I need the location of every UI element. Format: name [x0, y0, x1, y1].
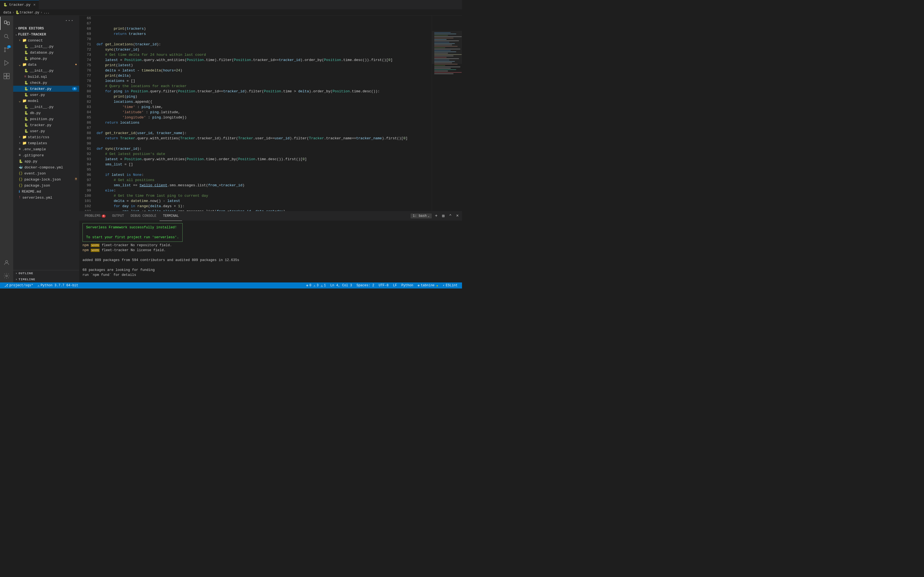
- python-icon: ⚠: [37, 284, 39, 288]
- svg-line-3: [7, 37, 9, 39]
- svg-rect-41: [434, 68, 451, 69]
- sidebar-item-app[interactable]: 🐍 app.py: [13, 158, 79, 164]
- sidebar-item-model-user[interactable]: 🐍 user.py: [13, 128, 79, 134]
- sidebar-item-data[interactable]: ⌄ 📁 data ●: [13, 61, 79, 68]
- sidebar-item-tracker-active[interactable]: 🐍 tracker.py 4: [13, 86, 79, 92]
- activity-debug[interactable]: [0, 56, 13, 69]
- sidebar-item-database[interactable]: 🐍 database.py: [13, 50, 79, 55]
- sidebar-item-gitignore[interactable]: ≡ .gitignore: [13, 152, 79, 158]
- tab-terminal[interactable]: TERMINAL: [160, 211, 182, 221]
- success-line-2: To start your first project run 'serverl…: [86, 235, 179, 239]
- shell-selector[interactable]: 1: bash ⌄: [410, 213, 431, 218]
- package-lock-label: package-lock.json: [24, 177, 61, 182]
- activity-settings[interactable]: [0, 269, 13, 282]
- sidebar-item-db[interactable]: 🐍 db.py: [13, 110, 79, 116]
- terminal-close-btn[interactable]: ×: [455, 213, 460, 219]
- tab-bar: 🐍 tracker.py ×: [0, 0, 462, 10]
- sidebar-item-serverless[interactable]: ! serverless.yml: [13, 195, 79, 201]
- model-label: model: [28, 99, 39, 103]
- timeline-header[interactable]: › TIMELINE: [13, 276, 79, 282]
- npm-funding: 68 packages are looking for funding: [82, 268, 459, 272]
- status-eol[interactable]: LF: [391, 282, 399, 288]
- connect-folder-icon: 📁: [22, 38, 27, 43]
- activity-explorer[interactable]: [0, 17, 13, 30]
- status-encoding[interactable]: UTF-8: [376, 282, 391, 288]
- branch-label: project/sqs*: [9, 284, 33, 287]
- sidebar-item-data-init[interactable]: 🐍 __init__.py: [13, 68, 79, 74]
- data-modified-badge: ●: [75, 63, 77, 66]
- tab-problems[interactable]: PROBLEMS 4: [81, 211, 109, 221]
- sidebar-item-model-init[interactable]: 🐍 __init__.py: [13, 104, 79, 110]
- templates-chevron: ›: [19, 141, 21, 145]
- branch-icon: ⎇: [5, 284, 8, 288]
- encoding-label: UTF-8: [379, 284, 389, 287]
- line-79: for ping in Position.query.filter(Positi…: [97, 89, 380, 93]
- line-98: else:: [97, 189, 116, 193]
- status-branch[interactable]: ⎇ project/sqs*: [2, 282, 35, 288]
- json-icon-1: {}: [19, 171, 23, 175]
- sidebar-fleet-tracker[interactable]: ⌄ FLEET-TRACKER: [13, 31, 79, 37]
- line-73: latest = Position.query.with_entities(Po…: [97, 58, 393, 62]
- sidebar-more-btn[interactable]: ···: [65, 18, 74, 23]
- line-84: 'longitude' : ping.longitude}): [97, 115, 187, 119]
- breadcrumb-filename[interactable]: tracker.py: [19, 11, 39, 15]
- sidebar-item-templates[interactable]: › 📁 templates: [13, 140, 79, 146]
- terminal-split-btn[interactable]: ⊞: [441, 213, 446, 219]
- py-icon-4: 🐍: [24, 69, 28, 73]
- terminal-add-btn[interactable]: +: [434, 213, 439, 219]
- database-label: database.py: [30, 50, 53, 55]
- sidebar-item-model[interactable]: ⌄ 📁 model: [13, 98, 79, 104]
- sidebar-item-user[interactable]: 🐍 user.py: [13, 92, 79, 98]
- breadcrumb-data[interactable]: data: [3, 11, 11, 15]
- activity-git[interactable]: 1: [0, 43, 13, 56]
- eslint-label: ESLint: [446, 284, 457, 287]
- connect-chevron-icon: ›: [19, 39, 21, 42]
- status-spaces[interactable]: Spaces: 2: [354, 282, 376, 288]
- outline-header[interactable]: › OUTLINE: [13, 270, 79, 276]
- py-icon-12: 🐍: [24, 129, 28, 133]
- status-language[interactable]: Python: [399, 282, 415, 288]
- sidebar-item-event[interactable]: {} event.json: [13, 170, 79, 176]
- code-content[interactable]: print(trackers) return trackers def get_…: [94, 16, 432, 211]
- warnings-icon: ⚠: [313, 284, 315, 288]
- status-errors[interactable]: ⊗ 0 ⚠ 3 △ 1: [304, 282, 328, 288]
- code-editor[interactable]: 6667686970 7172737475 7677787980 8182838…: [79, 16, 432, 211]
- tab-output[interactable]: OUTPUT: [109, 211, 127, 221]
- sidebar-item-connect-init[interactable]: 🐍 __init__.py: [13, 44, 79, 50]
- terminal-maximize-btn[interactable]: ⌃: [448, 213, 453, 219]
- breadcrumb-symbol[interactable]: ...: [44, 11, 50, 15]
- sidebar-item-env[interactable]: ≡ .env_sample: [13, 146, 79, 152]
- sidebar-item-readme[interactable]: ℹ README.md: [13, 189, 79, 195]
- sidebar-item-package[interactable]: {} package.json: [13, 182, 79, 189]
- app-container: 🐍 tracker.py × data › 🐍 tracker.py › ...…: [0, 0, 462, 288]
- activity-extensions[interactable]: [0, 69, 13, 83]
- success-line-1: Serverless Framework successfully instal…: [86, 226, 177, 229]
- status-python[interactable]: ⚠ Python 3.7.7 64-bit: [35, 282, 80, 288]
- status-tabnine[interactable]: ⊕ tabnine ★: [415, 282, 441, 288]
- svg-rect-1: [7, 22, 9, 25]
- activity-search[interactable]: [0, 30, 13, 43]
- terminal-body[interactable]: Serverless Framework successfully instal…: [79, 221, 462, 282]
- sidebar-item-connect[interactable]: › 📁 connect: [13, 37, 79, 44]
- data-folder-icon: 📁: [22, 62, 27, 67]
- sidebar-item-model-tracker[interactable]: 🐍 tracker.py: [13, 122, 79, 128]
- line-numbers: 6667686970 7172737475 7677787980 8182838…: [79, 16, 94, 211]
- tab-debug-console[interactable]: DEBUG CONSOLE: [127, 211, 160, 221]
- status-ln-col[interactable]: Ln 4, Col 3: [328, 282, 354, 288]
- sidebar-item-position[interactable]: 🐍 position.py: [13, 116, 79, 122]
- sidebar-item-build-sql[interactable]: ≡ build.sql: [13, 74, 79, 80]
- sidebar-item-static[interactable]: › 📁 static/css: [13, 134, 79, 140]
- sidebar-open-editors[interactable]: › OPEN EDITORS: [13, 25, 79, 31]
- serverless-label: serverless.yml: [22, 196, 52, 200]
- sidebar-item-docker[interactable]: 🐳 docker-compose.yml: [13, 164, 79, 170]
- model-user-label: user.py: [30, 129, 45, 133]
- tab-tracker-py[interactable]: 🐍 tracker.py ×: [0, 0, 39, 9]
- sidebar-item-phone[interactable]: 🐍 phone.py: [13, 55, 79, 61]
- status-eslint[interactable]: ⚡ ESLint: [441, 282, 460, 288]
- model-folder-icon: 📁: [22, 98, 27, 103]
- activity-accounts[interactable]: [0, 256, 13, 269]
- minimap-svg: [432, 16, 462, 211]
- sidebar-item-check[interactable]: 🐍 check.py: [13, 80, 79, 86]
- tab-close-button[interactable]: ×: [33, 3, 36, 7]
- sidebar-item-package-lock[interactable]: {} package-lock.json M: [13, 176, 79, 182]
